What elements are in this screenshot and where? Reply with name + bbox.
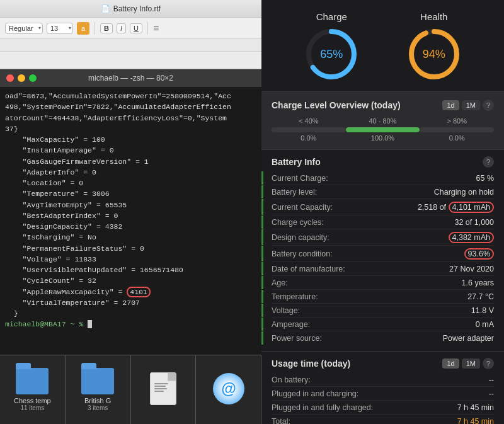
- overview-1m-btn[interactable]: 1M: [462, 100, 480, 110]
- bar-track: [346, 127, 420, 132]
- charge-label: Charge: [316, 11, 347, 22]
- bar-range-label: 40 - 80%: [369, 117, 396, 125]
- maximize-btn[interactable]: [29, 74, 37, 82]
- folder-chess-icon: [16, 368, 49, 394]
- gauge-section: Charge 65% Health 94%: [261, 0, 504, 91]
- info-bar-left: [261, 199, 263, 215]
- usage-1d-btn[interactable]: 1d: [442, 358, 459, 369]
- usage-key: Total:: [272, 417, 290, 425]
- terminal-line: "Voltage" = 11833: [5, 254, 256, 265]
- charge-pct-text: 65%: [320, 48, 343, 61]
- info-bar-left: [261, 304, 263, 317]
- folder-chess[interactable]: Chess temp 11 items: [0, 355, 66, 424]
- charge-circle: 65%: [303, 26, 360, 83]
- size-select[interactable]: 13: [47, 23, 73, 34]
- terminal-prompt: michaelb@MBA17 ~ %: [5, 319, 256, 329]
- info-row: Design capacity: 4,382 mAh: [272, 229, 494, 246]
- info-help-btn[interactable]: ?: [483, 156, 494, 168]
- terminal-line: "DesignCapacity" = 4382: [5, 221, 256, 232]
- health-gauge-item: Health 94%: [406, 11, 462, 83]
- usage-1m-btn[interactable]: 1M: [462, 358, 480, 369]
- font-select-wrap[interactable]: Regular ▾: [5, 23, 43, 34]
- info-row: Battery condition: 93.6%: [272, 246, 494, 262]
- info-key: Charge cycles:: [272, 218, 372, 227]
- bar-col: > 80% 0.0%: [420, 117, 494, 142]
- browser-icon: @: [213, 373, 244, 404]
- info-row: Date of manufacture: 27 Nov 2020: [272, 262, 494, 276]
- terminal-window: michaelb — -zsh — 80×2 oad"=8673,"Accumu…: [0, 69, 261, 355]
- usage-row: Total: 7 h 45 min: [272, 415, 494, 424]
- textedit-window: 📄 Battery Info.rtf Regular ▾ 13 ▾ a B I …: [0, 0, 261, 69]
- folder-british-name: British G: [84, 397, 111, 404]
- usage-rows: On battery: -- Plugged in and charging: …: [272, 373, 494, 424]
- terminal-body[interactable]: oad"=8673,"AccumulatedSystemPowerIn"=258…: [0, 87, 261, 355]
- textedit-toolbar: Regular ▾ 13 ▾ a B I U ≡: [0, 18, 261, 39]
- textedit-ruler: [0, 39, 261, 52]
- usage-key: On battery:: [272, 375, 311, 384]
- overview-bars: < 40% 0.0% 40 - 80% 100.0% > 80% 0.0%: [272, 117, 494, 142]
- terminal-line: "IsCharging" = No: [5, 232, 256, 243]
- info-val: 27 Nov 2020: [372, 265, 494, 273]
- usage-row: Plugged in and fully charged: 7 h 45 min: [272, 401, 494, 415]
- highlight-circle2: 4,382 mAh: [449, 232, 494, 243]
- traffic-lights: [6, 74, 37, 82]
- health-circle: 94%: [406, 26, 462, 83]
- terminal-line: 498,"SystemPowerIn"=7822,"AccumulatedAda…: [5, 101, 256, 112]
- info-key: Design capacity:: [272, 233, 372, 242]
- terminal-line: "GasGaugeFirmwareVersion" = 1: [5, 156, 256, 167]
- info-val: 32 of 1,000: [372, 218, 494, 227]
- terminal-line: "VirtualTemperature" = 2707: [5, 297, 256, 308]
- usage-help-btn[interactable]: ?: [483, 358, 494, 369]
- info-key: Amperage:: [272, 320, 372, 329]
- info-key: Battery level:: [272, 188, 372, 197]
- usage-header: Usage time (today) 1d 1M ?: [272, 358, 494, 369]
- browser-item[interactable]: @: [196, 355, 261, 424]
- info-key: Battery condition:: [272, 249, 372, 258]
- toolbar-divider2: [147, 22, 148, 35]
- terminal-line: "PermanentFailureStatus" = 0: [5, 243, 256, 254]
- color-btn[interactable]: a: [77, 22, 89, 35]
- textedit-titlebar: 📄 Battery Info.rtf: [0, 0, 261, 18]
- bottom-bar: Chess temp 11 items British G 3 items @: [0, 355, 261, 424]
- usage-val: --: [489, 375, 494, 384]
- close-btn[interactable]: [6, 74, 14, 82]
- info-val: 93.6%: [372, 248, 494, 260]
- terminal-line: "Temperature" = 3006: [5, 188, 256, 199]
- size-select-wrap[interactable]: 13 ▾: [47, 23, 73, 34]
- terminal-line: "AvgTimeToEmpty" = 65535: [5, 200, 256, 210]
- textedit-title: 📄 Battery Info.rtf: [101, 4, 161, 13]
- info-header: Battery Info ?: [272, 156, 494, 168]
- highlight-circle: 4,101 mAh: [449, 202, 494, 213]
- info-val: Power adapter: [372, 334, 494, 343]
- terminal-line: "AppleRawMaxCapacity" = 4101: [5, 287, 256, 297]
- info-val: 4,382 mAh: [372, 232, 494, 243]
- info-val: 27.7 °C: [372, 292, 494, 301]
- font-select[interactable]: Regular: [5, 23, 43, 34]
- left-panel: 📄 Battery Info.rtf Regular ▾ 13 ▾ a B I …: [0, 0, 261, 424]
- info-key: Current Capacity:: [272, 203, 372, 212]
- overview-help-btn[interactable]: ?: [483, 100, 494, 111]
- info-row: Current Charge: 65 %: [272, 171, 494, 185]
- info-row: Charge cycles: 32 of 1,000: [272, 215, 494, 229]
- overview-1d-btn[interactable]: 1d: [442, 100, 459, 110]
- usage-key: Plugged in and charging:: [272, 389, 358, 398]
- italic-btn[interactable]: I: [117, 23, 126, 33]
- underline-btn[interactable]: U: [130, 23, 142, 33]
- doc-item[interactable]: [131, 355, 197, 424]
- bold-btn[interactable]: B: [100, 23, 113, 33]
- charge-gauge-item: Charge 65%: [303, 11, 360, 83]
- bar-pct: 100.0%: [371, 134, 394, 142]
- info-row: Temperature: 27.7 °C: [272, 290, 494, 304]
- info-bar-left: [261, 171, 263, 185]
- folder-british[interactable]: British G 3 items: [66, 355, 131, 424]
- info-bar-left: [261, 185, 263, 198]
- terminal-line: 37}: [5, 123, 256, 134]
- battery-app-panel: Charge 65% Health 94% Charge Level: [261, 0, 504, 424]
- terminal-title-text: michaelb — -zsh — 80×2: [88, 74, 173, 83]
- minimize-btn[interactable]: [18, 74, 25, 82]
- info-row: Power source: Power adapter: [272, 331, 494, 345]
- bar-range-label: > 80%: [447, 117, 467, 125]
- info-row: Age: 1.6 years: [272, 276, 494, 290]
- bar-col: < 40% 0.0%: [272, 117, 346, 142]
- overview-controls: 1d 1M ?: [442, 100, 494, 111]
